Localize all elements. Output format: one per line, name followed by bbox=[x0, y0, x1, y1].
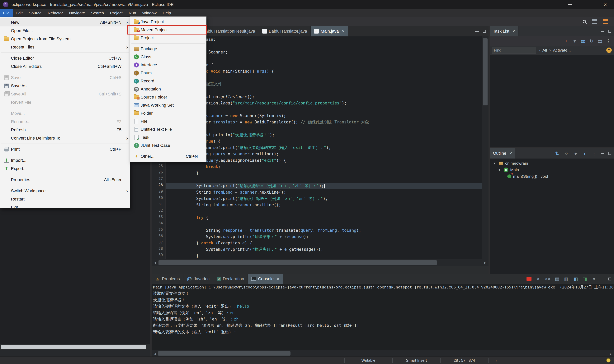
scroll-left-icon[interactable]: ◂ bbox=[152, 259, 158, 266]
close-button[interactable]: × bbox=[596, 0, 614, 9]
menubar-item-navigate[interactable]: Navigate bbox=[66, 9, 88, 17]
tab-outline[interactable]: Outline × bbox=[490, 148, 515, 158]
project-explorer-hscrollbar[interactable] bbox=[0, 344, 150, 350]
file-menu-item-print[interactable]: PrintCtrl+P bbox=[0, 145, 130, 153]
file-menu-item-rename[interactable]: Rename...F2 bbox=[0, 117, 130, 126]
file-menu-item-revert-file[interactable]: Revert File bbox=[0, 98, 130, 106]
code-line[interactable]: Scanner scanner = new Scanner(System.in)… bbox=[165, 113, 482, 119]
scope-all-dropdown[interactable]: All bbox=[542, 48, 547, 52]
editor-vertical-scrollbar[interactable] bbox=[482, 36, 489, 259]
console-line[interactable]: 请输入要翻译的文本（输入 'exit' 退出）：hello bbox=[151, 303, 614, 310]
menubar-item-source[interactable]: Source bbox=[26, 9, 45, 17]
scrollbar-thumb[interactable] bbox=[1, 345, 146, 349]
status-menu-icon[interactable]: ⋮ bbox=[494, 357, 498, 364]
new-submenu-item-interface[interactable]: IInterface bbox=[130, 61, 206, 69]
code-line[interactable]: // 初始化配置文件 bbox=[165, 81, 482, 87]
open-perspective-icon[interactable] bbox=[592, 19, 597, 24]
file-menu-item-refresh[interactable]: RefreshF5 bbox=[0, 126, 130, 134]
outline-node-main-string-void[interactable]: main(String[]) : void bbox=[490, 173, 614, 180]
code-line[interactable]: String response = translator.translate(q… bbox=[165, 227, 482, 234]
new-submenu-item-package[interactable]: Package bbox=[130, 45, 206, 53]
close-icon[interactable]: × bbox=[509, 151, 512, 156]
close-icon[interactable]: × bbox=[342, 28, 345, 34]
notifications-icon[interactable] bbox=[606, 358, 611, 363]
code-line[interactable]: break; bbox=[165, 164, 482, 170]
show-console-icon[interactable]: ▤ bbox=[555, 275, 560, 282]
code-line[interactable] bbox=[165, 126, 482, 132]
hide-fields-icon[interactable]: ○ bbox=[564, 150, 569, 157]
file-menu-item-convert-line-delimiters-to[interactable]: Convert Line Delimiters To› bbox=[0, 134, 130, 142]
code-line[interactable]: System.out.print("请输入要翻译的文本（输入 'exit' 退出… bbox=[165, 144, 482, 151]
scroll-left-icon[interactable]: ◂ bbox=[152, 351, 158, 357]
console-line[interactable]: 读取配置文件成功！ bbox=[151, 290, 614, 297]
remove-all-launches-icon[interactable]: ×× bbox=[545, 275, 550, 282]
file-menu-item-open-file[interactable]: Open File... bbox=[0, 26, 130, 35]
scroll-right-icon[interactable]: ▸ bbox=[608, 351, 614, 357]
console-line[interactable]: 欢迎使用翻译器！ bbox=[151, 297, 614, 303]
tab-declaration[interactable]: DDeclaration bbox=[213, 274, 248, 284]
menubar-item-search[interactable]: Search bbox=[88, 9, 107, 17]
code-line[interactable]: } catch (Exception e) { bbox=[165, 240, 482, 246]
scroll-lock-icon[interactable]: ◧ bbox=[573, 275, 578, 282]
code-line[interactable]: package cn.meowrain; bbox=[165, 36, 482, 43]
file-menu-item-close-editor[interactable]: Close EditorCtrl+W bbox=[0, 54, 130, 62]
sash-horizontal[interactable] bbox=[490, 147, 614, 148]
new-submenu-item-project[interactable]: Project... bbox=[130, 34, 206, 42]
open-console-dropdown-icon[interactable]: ▾ bbox=[592, 275, 597, 282]
code-line[interactable] bbox=[165, 106, 482, 113]
file-menu-item-import[interactable]: ↓Import... bbox=[0, 156, 130, 164]
file-menu-item-restart[interactable]: Restart bbox=[0, 195, 130, 203]
code-line[interactable]: String query = scanner.nextLine(); bbox=[165, 151, 482, 157]
menubar-item-edit[interactable]: Edit bbox=[13, 9, 26, 17]
file-menu-item-open-projects-from-file-system[interactable]: Open Projects from File System... bbox=[0, 35, 130, 43]
new-task-icon[interactable]: + bbox=[564, 38, 569, 44]
console-line[interactable]: 请输入要翻译的文本（输入 'exit' 退出）： bbox=[151, 329, 614, 335]
new-submenu-item-untitled-text-file[interactable]: Untitled Text File bbox=[130, 125, 206, 133]
activate-dropdown[interactable]: Activate... bbox=[553, 48, 571, 52]
file-menu-item-close-all-editors[interactable]: Close All EditorsCtrl+Shift+W bbox=[0, 62, 130, 71]
file-menu-item-new[interactable]: NewAlt+Shift+N› bbox=[0, 18, 130, 26]
new-submenu-item-folder[interactable]: Folder bbox=[130, 109, 206, 117]
file-menu-item-export[interactable]: ↑Export... bbox=[0, 164, 130, 173]
code-line[interactable]: } bbox=[165, 170, 482, 176]
new-submenu-item-java-working-set[interactable]: Java Working Set bbox=[130, 101, 206, 109]
outline-node-cn-meowrain[interactable]: ▾cn.meowrain bbox=[490, 160, 614, 167]
minimize-view-icon[interactable] bbox=[601, 153, 604, 154]
outline-node-main[interactable]: ▾CMain bbox=[490, 167, 614, 173]
code-line[interactable] bbox=[165, 75, 482, 81]
file-menu-item-save-all[interactable]: Save AllCtrl+Shift+S bbox=[0, 90, 130, 98]
console-line[interactable]: 请输入目标语言（例如 'zh'、'en' 等）：zh bbox=[151, 316, 614, 322]
maximize-view-icon[interactable] bbox=[483, 30, 486, 33]
close-icon[interactable]: × bbox=[513, 28, 515, 34]
code-line[interactable]: Configuration.load("src/main/resources/c… bbox=[165, 100, 482, 106]
code-editor-content[interactable]: package cn.meowrain;import java.util.Sca… bbox=[165, 36, 482, 259]
new-submenu-item-class[interactable]: CClass bbox=[130, 53, 206, 61]
console-line[interactable]: 请输入源语言（例如 'en'、'zh' 等）：en bbox=[151, 310, 614, 316]
sash-vertical[interactable] bbox=[489, 26, 490, 274]
new-submenu-item-enum[interactable]: EEnum bbox=[130, 69, 206, 77]
code-line[interactable]: String fromLang = scanner.nextLine(); bbox=[165, 189, 482, 195]
code-line[interactable]: try { bbox=[165, 214, 482, 221]
file-menu-item-properties[interactable]: PropertiesAlt+Enter bbox=[0, 176, 130, 184]
scrollbar-thumb[interactable] bbox=[159, 260, 437, 265]
code-line[interactable]: System.out.print("请输入源语言（例如 'en'、'zh' 等）… bbox=[165, 183, 482, 189]
pin-console-icon[interactable]: ▥ bbox=[564, 275, 569, 282]
code-line[interactable] bbox=[165, 221, 482, 227]
console-line[interactable]: 翻译结果：百度翻译结果 [源语言=en, 翻译语言=zh, 翻译结果=[Tran… bbox=[151, 322, 614, 329]
search-icon[interactable] bbox=[583, 20, 586, 23]
hide-static-icon[interactable]: ● bbox=[573, 150, 578, 157]
new-submenu-item-java-project[interactable]: Java Project bbox=[130, 18, 206, 26]
terminate-icon[interactable] bbox=[527, 277, 532, 281]
code-line[interactable]: System.err.println("翻译失败：" + e.getMessag… bbox=[165, 246, 482, 253]
scrollbar-thumb[interactable] bbox=[158, 351, 290, 356]
minimize-view-icon[interactable] bbox=[601, 279, 604, 279]
code-line[interactable]: public static void main(String[] args) { bbox=[165, 68, 482, 75]
editor-tab-main-java[interactable]: JMain.java× bbox=[311, 26, 348, 36]
minimize-button[interactable] bbox=[561, 0, 579, 9]
new-submenu-item-annotation[interactable]: @Annotation bbox=[130, 85, 206, 93]
new-submenu-item-task[interactable]: Task bbox=[130, 133, 206, 142]
find-input[interactable] bbox=[492, 47, 536, 53]
code-line[interactable] bbox=[165, 43, 482, 49]
menubar-item-file[interactable]: File bbox=[0, 9, 13, 17]
code-line[interactable]: public class Main { bbox=[165, 62, 482, 68]
